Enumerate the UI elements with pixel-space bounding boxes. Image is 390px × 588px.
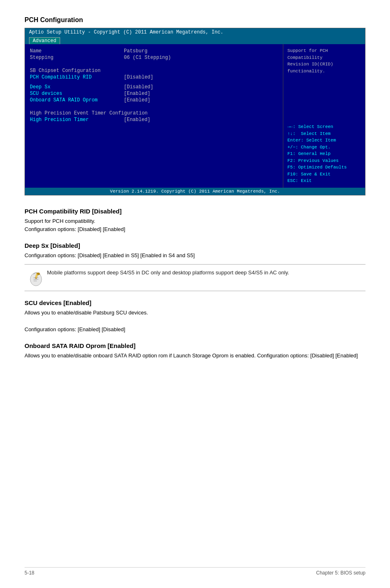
footer-page-number: 5-18 — [25, 570, 34, 576]
section-heading-onboard: Onboard SATA RAID Oprom [Enabled] — [25, 342, 365, 349]
bios-tab-row: Advanced — [25, 36, 365, 44]
bios-pch-compat-label: PCH Compatibility RID — [30, 74, 124, 80]
page-footer: 5-18 Chapter 5: BIOS setup — [25, 567, 365, 576]
section-heading-pch-compat: PCH Compatibility RID [Disabled] — [25, 208, 365, 215]
section-heading-deep-sx: Deep Sx [Disabled] — [25, 242, 365, 249]
note-icon — [25, 269, 47, 287]
bios-name-row: Name Patsburg — [30, 48, 278, 54]
bios-tab-advanced[interactable]: Advanced — [29, 37, 60, 44]
bios-header: Aptio Setup Utility - Copyright (C) 2011… — [25, 28, 365, 36]
bios-hpet-label: High Precision Timer — [30, 117, 124, 123]
bios-name-label: Name — [30, 48, 124, 54]
section-heading-scu: SCU devices [Enabled] — [25, 299, 365, 306]
section-body-scu: Allows you to enable/disable Patsburg SC… — [25, 309, 365, 334]
note-box: Mobile platforms support deep S4/S5 in D… — [25, 264, 365, 291]
bios-sidebar-info: Support for PCH CompatibilityRevision ID… — [287, 47, 361, 74]
page-title: PCH Configuration — [25, 16, 365, 24]
bios-sidebar-help: →←: Select Screen ↑↓: Select Item Enter:… — [287, 123, 361, 184]
bios-scu-value: [Enabled] — [124, 91, 150, 97]
bios-pch-compat-row: PCH Compatibility RID [Disabled] — [30, 74, 278, 80]
bios-hpet-value: [Enabled] — [124, 117, 150, 123]
bios-stepping-row: Stepping 06 (C1 Stepping) — [30, 55, 278, 61]
bios-section1-label: SB Chipset Configuration — [30, 68, 278, 74]
bios-deep-sx-row: Deep Sx [Disabled] — [30, 84, 278, 90]
bios-hpet-section-label: High Precision Event Timer Configuration — [30, 110, 278, 116]
pencil-icon — [28, 270, 44, 287]
bios-name-value: Patsburg — [124, 48, 148, 54]
bios-hpet-row: High Precision Timer [Enabled] — [30, 117, 278, 123]
bios-content: Name Patsburg Stepping 06 (C1 Stepping) … — [25, 44, 365, 188]
bios-onboard-row: Onboard SATA RAID Oprom [Enabled] — [30, 97, 278, 103]
bios-deep-sx-label: Deep Sx — [30, 84, 124, 90]
bios-stepping-value: 06 (C1 Stepping) — [124, 55, 171, 61]
bios-onboard-value: [Enabled] — [124, 97, 150, 103]
bios-sidebar: Support for PCH CompatibilityRevision ID… — [283, 44, 365, 188]
bios-pch-compat-value: [Disabled] — [124, 74, 153, 80]
section-body-onboard: Allows you to enable/disable onboard SAT… — [25, 352, 365, 360]
bios-screenshot: Aptio Setup Utility - Copyright (C) 2011… — [25, 28, 365, 195]
section-body-pch-compat: Support for PCH compatibility. Configura… — [25, 217, 365, 234]
bios-deep-sx-value: [Disabled] — [124, 84, 153, 90]
section-body-deep-sx: Configuration options: [Disabled] [Enabl… — [25, 251, 365, 260]
bios-footer: Version 2.14.1219. Copyright (C) 2011 Am… — [25, 188, 365, 195]
footer-chapter: Chapter 5: BIOS setup — [316, 570, 365, 576]
bios-scu-row: SCU devices [Enabled] — [30, 91, 278, 97]
note-text: Mobile platforms support deep S4/S5 in D… — [47, 269, 289, 277]
bios-scu-label: SCU devices — [30, 91, 124, 97]
bios-onboard-label: Onboard SATA RAID Oprom — [30, 97, 124, 103]
bios-main-panel: Name Patsburg Stepping 06 (C1 Stepping) … — [25, 44, 283, 188]
bios-stepping-label: Stepping — [30, 55, 124, 61]
